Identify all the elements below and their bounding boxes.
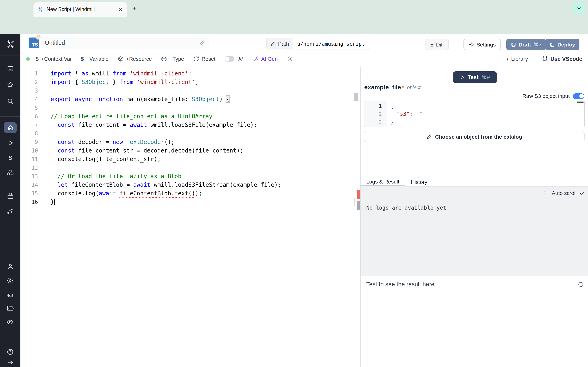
sidebar-item-folders[interactable] <box>0 305 20 312</box>
json-editor-gutter[interactable]: 123 <box>364 101 387 127</box>
sidebar-item-user[interactable] <box>0 263 20 270</box>
settings-button[interactable]: Settings <box>463 39 501 50</box>
code-line[interactable]: const decoder = new TextDecoder(); <box>51 138 281 146</box>
sidebar-item-flows-route[interactable] <box>0 208 20 215</box>
argument-row: example_file* object <box>364 83 421 91</box>
code-line[interactable] <box>51 129 281 138</box>
tab-search-chevron-button[interactable] <box>572 2 585 14</box>
editor-settings-gear-icon[interactable] <box>287 56 293 62</box>
line-number[interactable]: 14 <box>20 181 38 189</box>
test-button[interactable]: Test ⌘↵ <box>453 71 497 83</box>
line-number[interactable]: 13 <box>20 172 38 181</box>
sidebar-item-audit-eye[interactable] <box>0 318 20 326</box>
line-number[interactable]: 15 <box>20 189 38 198</box>
editor-code-lines[interactable]: import * as wmill from 'windmill-client'… <box>51 69 281 206</box>
choose-object-button[interactable]: Choose an object from the catalog <box>364 131 585 142</box>
code-line[interactable]: { <box>390 102 423 110</box>
token-pl <box>51 147 58 154</box>
rotate-icon <box>193 56 199 62</box>
close-tab-icon[interactable]: × <box>118 6 123 12</box>
code-line[interactable]: // Or load the file lazily as a Blob <box>51 172 281 181</box>
json-scrollbar-nub[interactable] <box>577 101 584 103</box>
line-number[interactable]: 3 <box>20 86 38 95</box>
line-number[interactable]: 3 <box>364 118 387 126</box>
raw-s3-toggle[interactable] <box>573 93 584 99</box>
add-type-button[interactable]: +Type <box>161 56 184 62</box>
sidebar-item-workers-robot[interactable] <box>0 291 20 299</box>
code-line[interactable]: console.log(await fileContentBlob.text()… <box>51 189 281 198</box>
sidebar-item-variables-dollar[interactable]: $ <box>0 154 20 161</box>
add-variable-button[interactable]: $ +Variable <box>81 56 109 62</box>
code-line[interactable]: "s3": "" <box>390 110 423 118</box>
code-line[interactable]: // Load the entire file_content as a Uin… <box>51 112 281 121</box>
sidebar-item-home[interactable] <box>0 124 20 131</box>
use-vscode-button[interactable]: Use VScode <box>542 56 582 62</box>
code-line[interactable]: import { S3Object } from 'windmill-clien… <box>51 78 281 86</box>
auto-scroll-control[interactable]: Auto scroll <box>544 190 585 196</box>
multiplayer-users-icon[interactable] <box>237 56 243 62</box>
ai-gen-button[interactable]: AI Gen <box>252 56 278 62</box>
line-number[interactable]: 12 <box>20 164 38 172</box>
sidebar-item-resources-cubes[interactable] <box>0 169 20 176</box>
line-number[interactable]: 5 <box>20 104 38 112</box>
library-button[interactable]: Library <box>502 56 528 62</box>
sidebar-item-runs-play[interactable] <box>0 140 20 146</box>
new-tab-icon[interactable]: + <box>132 5 136 13</box>
add-resource-button[interactable]: +Resource <box>117 56 152 62</box>
line-number[interactable]: 1 <box>20 69 38 78</box>
line-number[interactable]: 1 <box>364 102 387 110</box>
deploy-button[interactable]: Deploy <box>545 39 580 50</box>
info-icon[interactable] <box>578 281 584 287</box>
code-line[interactable] <box>51 164 281 172</box>
add-context-var-button[interactable]: $ +Context Var <box>35 56 72 62</box>
code-line[interactable] <box>51 86 281 95</box>
line-number[interactable]: 4 <box>20 95 38 104</box>
line-number[interactable]: 6 <box>20 112 38 121</box>
sidebar-item-workspace[interactable] <box>0 65 20 72</box>
code-line[interactable]: import * as wmill from 'windmill-client'… <box>51 69 281 78</box>
sidebar-item-search[interactable] <box>0 98 20 105</box>
editor-scrollbar[interactable] <box>355 93 358 101</box>
sidebar-item-schedules-calendar[interactable] <box>0 192 20 200</box>
sidebar-collapse-arrow[interactable] <box>0 359 20 366</box>
token-pl: ; <box>188 70 192 77</box>
json-editor-lines[interactable]: { "s3": ""} <box>390 102 423 126</box>
diff-button[interactable]: ± Diff <box>425 39 449 50</box>
token-pl: * <box>71 70 82 77</box>
line-number[interactable]: 8 <box>20 129 38 138</box>
editor-gutter[interactable]: 12345678910111213141516 <box>20 69 38 206</box>
s3-json-editor[interactable]: 123 { "s3": ""} <box>364 101 585 127</box>
code-line[interactable]: export async function main(example_file:… <box>51 95 281 104</box>
line-number[interactable]: 9 <box>20 138 38 146</box>
code-line[interactable] <box>51 104 281 112</box>
code-line[interactable]: const file_content_str = decoder.decode(… <box>51 146 281 155</box>
line-number[interactable]: 16 <box>20 198 38 206</box>
reset-button[interactable]: Reset <box>193 56 215 62</box>
tab-history[interactable]: History <box>405 177 433 186</box>
code-line[interactable]: const file_content = await wmill.loadS3F… <box>51 121 281 129</box>
sidebar-item-help[interactable] <box>0 348 20 356</box>
edit-pencil-icon[interactable] <box>199 40 205 45</box>
line-number[interactable]: 11 <box>20 155 38 164</box>
draft-button[interactable]: Draft ⌘S <box>506 39 546 50</box>
token-jv: "" <box>416 111 422 117</box>
tab-logs-result[interactable]: Logs & Result <box>361 177 405 186</box>
line-number[interactable]: 2 <box>364 110 387 118</box>
windmill-logo[interactable] <box>0 40 20 49</box>
code-line[interactable]: } <box>51 198 281 206</box>
code-line[interactable]: } <box>390 118 423 126</box>
sidebar-item-favorites-star[interactable] <box>0 81 20 89</box>
assistant-toggle[interactable] <box>224 56 234 61</box>
script-summary-input[interactable]: Untitled <box>41 37 209 49</box>
script-path-widget[interactable]: Path u/henri/amusing_script <box>266 38 369 49</box>
line-number[interactable]: 10 <box>20 146 38 155</box>
package-icon <box>117 56 123 62</box>
code-line[interactable]: console.log(file_content_str); <box>51 155 281 164</box>
browser-tab[interactable]: New Script | Windmill × <box>34 2 127 17</box>
line-number[interactable]: 7 <box>20 121 38 129</box>
sidebar-item-settings-gear[interactable] <box>0 277 20 284</box>
line-number[interactable]: 2 <box>20 78 38 86</box>
no-logs-message: No logs are available yet <box>366 205 446 211</box>
code-editor[interactable]: 12345678910111213141516 import * as wmil… <box>20 67 360 367</box>
code-line[interactable]: let fileContentBlob = await wmill.loadS3… <box>51 181 281 189</box>
